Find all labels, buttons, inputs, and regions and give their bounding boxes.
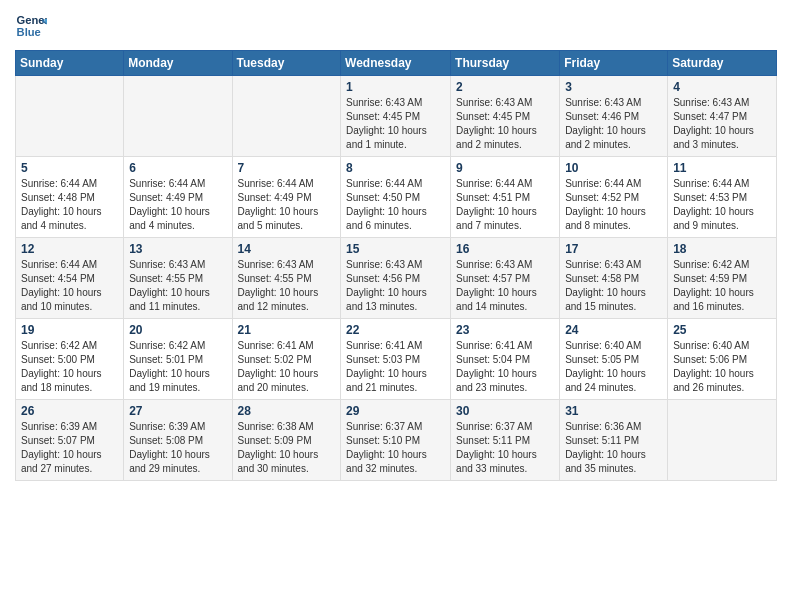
calendar-cell: 18Sunrise: 6:42 AM Sunset: 4:59 PM Dayli…: [668, 238, 777, 319]
weekday-header-row: SundayMondayTuesdayWednesdayThursdayFrid…: [16, 51, 777, 76]
day-number: 31: [565, 404, 662, 418]
day-number: 13: [129, 242, 226, 256]
day-info: Sunrise: 6:43 AM Sunset: 4:55 PM Dayligh…: [238, 258, 336, 314]
calendar-cell: 10Sunrise: 6:44 AM Sunset: 4:52 PM Dayli…: [560, 157, 668, 238]
day-number: 19: [21, 323, 118, 337]
weekday-header-sunday: Sunday: [16, 51, 124, 76]
calendar-cell: 28Sunrise: 6:38 AM Sunset: 5:09 PM Dayli…: [232, 400, 341, 481]
week-row: 19Sunrise: 6:42 AM Sunset: 5:00 PM Dayli…: [16, 319, 777, 400]
weekday-header-thursday: Thursday: [451, 51, 560, 76]
day-number: 7: [238, 161, 336, 175]
day-info: Sunrise: 6:38 AM Sunset: 5:09 PM Dayligh…: [238, 420, 336, 476]
day-number: 2: [456, 80, 554, 94]
logo-icon: General Blue: [15, 10, 47, 42]
day-info: Sunrise: 6:40 AM Sunset: 5:05 PM Dayligh…: [565, 339, 662, 395]
day-number: 25: [673, 323, 771, 337]
calendar-cell: 16Sunrise: 6:43 AM Sunset: 4:57 PM Dayli…: [451, 238, 560, 319]
day-number: 28: [238, 404, 336, 418]
day-number: 18: [673, 242, 771, 256]
calendar-cell: 1Sunrise: 6:43 AM Sunset: 4:45 PM Daylig…: [341, 76, 451, 157]
day-number: 15: [346, 242, 445, 256]
day-number: 5: [21, 161, 118, 175]
day-info: Sunrise: 6:42 AM Sunset: 5:00 PM Dayligh…: [21, 339, 118, 395]
day-number: 1: [346, 80, 445, 94]
calendar-cell: 19Sunrise: 6:42 AM Sunset: 5:00 PM Dayli…: [16, 319, 124, 400]
calendar-cell: [232, 76, 341, 157]
calendar-cell: 21Sunrise: 6:41 AM Sunset: 5:02 PM Dayli…: [232, 319, 341, 400]
calendar-cell: 20Sunrise: 6:42 AM Sunset: 5:01 PM Dayli…: [124, 319, 232, 400]
day-info: Sunrise: 6:41 AM Sunset: 5:04 PM Dayligh…: [456, 339, 554, 395]
day-info: Sunrise: 6:43 AM Sunset: 4:57 PM Dayligh…: [456, 258, 554, 314]
day-info: Sunrise: 6:41 AM Sunset: 5:03 PM Dayligh…: [346, 339, 445, 395]
day-info: Sunrise: 6:44 AM Sunset: 4:51 PM Dayligh…: [456, 177, 554, 233]
day-number: 10: [565, 161, 662, 175]
day-number: 22: [346, 323, 445, 337]
day-info: Sunrise: 6:43 AM Sunset: 4:46 PM Dayligh…: [565, 96, 662, 152]
calendar-cell: 26Sunrise: 6:39 AM Sunset: 5:07 PM Dayli…: [16, 400, 124, 481]
day-info: Sunrise: 6:39 AM Sunset: 5:07 PM Dayligh…: [21, 420, 118, 476]
day-number: 30: [456, 404, 554, 418]
calendar-cell: 14Sunrise: 6:43 AM Sunset: 4:55 PM Dayli…: [232, 238, 341, 319]
calendar-cell: 15Sunrise: 6:43 AM Sunset: 4:56 PM Dayli…: [341, 238, 451, 319]
weekday-header-monday: Monday: [124, 51, 232, 76]
calendar-cell: 24Sunrise: 6:40 AM Sunset: 5:05 PM Dayli…: [560, 319, 668, 400]
calendar-cell: 11Sunrise: 6:44 AM Sunset: 4:53 PM Dayli…: [668, 157, 777, 238]
svg-text:Blue: Blue: [17, 26, 41, 38]
day-info: Sunrise: 6:37 AM Sunset: 5:11 PM Dayligh…: [456, 420, 554, 476]
calendar-cell: 30Sunrise: 6:37 AM Sunset: 5:11 PM Dayli…: [451, 400, 560, 481]
day-number: 12: [21, 242, 118, 256]
header: General Blue: [15, 10, 777, 42]
calendar-cell: [124, 76, 232, 157]
calendar-cell: 3Sunrise: 6:43 AM Sunset: 4:46 PM Daylig…: [560, 76, 668, 157]
day-number: 26: [21, 404, 118, 418]
day-info: Sunrise: 6:44 AM Sunset: 4:49 PM Dayligh…: [238, 177, 336, 233]
day-number: 8: [346, 161, 445, 175]
weekday-header-wednesday: Wednesday: [341, 51, 451, 76]
day-number: 23: [456, 323, 554, 337]
calendar-cell: 5Sunrise: 6:44 AM Sunset: 4:48 PM Daylig…: [16, 157, 124, 238]
calendar-cell: 22Sunrise: 6:41 AM Sunset: 5:03 PM Dayli…: [341, 319, 451, 400]
day-info: Sunrise: 6:42 AM Sunset: 4:59 PM Dayligh…: [673, 258, 771, 314]
calendar-cell: [668, 400, 777, 481]
weekday-header-tuesday: Tuesday: [232, 51, 341, 76]
day-number: 20: [129, 323, 226, 337]
day-info: Sunrise: 6:44 AM Sunset: 4:54 PM Dayligh…: [21, 258, 118, 314]
day-number: 4: [673, 80, 771, 94]
logo: General Blue: [15, 10, 51, 42]
day-info: Sunrise: 6:43 AM Sunset: 4:55 PM Dayligh…: [129, 258, 226, 314]
weekday-header-saturday: Saturday: [668, 51, 777, 76]
day-info: Sunrise: 6:44 AM Sunset: 4:52 PM Dayligh…: [565, 177, 662, 233]
day-info: Sunrise: 6:43 AM Sunset: 4:47 PM Dayligh…: [673, 96, 771, 152]
day-number: 9: [456, 161, 554, 175]
day-info: Sunrise: 6:41 AM Sunset: 5:02 PM Dayligh…: [238, 339, 336, 395]
day-info: Sunrise: 6:43 AM Sunset: 4:45 PM Dayligh…: [346, 96, 445, 152]
day-number: 3: [565, 80, 662, 94]
calendar-cell: 2Sunrise: 6:43 AM Sunset: 4:45 PM Daylig…: [451, 76, 560, 157]
day-number: 14: [238, 242, 336, 256]
day-info: Sunrise: 6:42 AM Sunset: 5:01 PM Dayligh…: [129, 339, 226, 395]
day-info: Sunrise: 6:39 AM Sunset: 5:08 PM Dayligh…: [129, 420, 226, 476]
week-row: 1Sunrise: 6:43 AM Sunset: 4:45 PM Daylig…: [16, 76, 777, 157]
day-info: Sunrise: 6:37 AM Sunset: 5:10 PM Dayligh…: [346, 420, 445, 476]
calendar-cell: 4Sunrise: 6:43 AM Sunset: 4:47 PM Daylig…: [668, 76, 777, 157]
day-number: 11: [673, 161, 771, 175]
day-info: Sunrise: 6:44 AM Sunset: 4:53 PM Dayligh…: [673, 177, 771, 233]
week-row: 26Sunrise: 6:39 AM Sunset: 5:07 PM Dayli…: [16, 400, 777, 481]
day-number: 27: [129, 404, 226, 418]
day-info: Sunrise: 6:44 AM Sunset: 4:50 PM Dayligh…: [346, 177, 445, 233]
page-container: General Blue SundayMondayTuesdayWednesda…: [0, 0, 792, 496]
calendar-cell: [16, 76, 124, 157]
weekday-header-friday: Friday: [560, 51, 668, 76]
calendar-cell: 17Sunrise: 6:43 AM Sunset: 4:58 PM Dayli…: [560, 238, 668, 319]
week-row: 5Sunrise: 6:44 AM Sunset: 4:48 PM Daylig…: [16, 157, 777, 238]
day-number: 21: [238, 323, 336, 337]
calendar-cell: 8Sunrise: 6:44 AM Sunset: 4:50 PM Daylig…: [341, 157, 451, 238]
calendar-cell: 12Sunrise: 6:44 AM Sunset: 4:54 PM Dayli…: [16, 238, 124, 319]
week-row: 12Sunrise: 6:44 AM Sunset: 4:54 PM Dayli…: [16, 238, 777, 319]
calendar-cell: 31Sunrise: 6:36 AM Sunset: 5:11 PM Dayli…: [560, 400, 668, 481]
calendar-cell: 13Sunrise: 6:43 AM Sunset: 4:55 PM Dayli…: [124, 238, 232, 319]
day-number: 24: [565, 323, 662, 337]
calendar-cell: 23Sunrise: 6:41 AM Sunset: 5:04 PM Dayli…: [451, 319, 560, 400]
calendar-cell: 9Sunrise: 6:44 AM Sunset: 4:51 PM Daylig…: [451, 157, 560, 238]
day-number: 16: [456, 242, 554, 256]
